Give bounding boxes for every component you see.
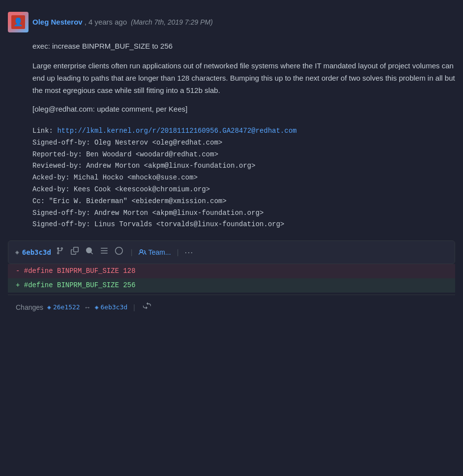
acked-by-1: Acked-by: Michal Hocko <mhocko@suse.com> (32, 172, 455, 184)
author-info: Oleg Nesterov , 4 years ago (March 7th, … (32, 16, 213, 28)
more-options-button[interactable]: ··· (185, 245, 194, 260)
body-oleg-comment: [oleg@redhat.com: update comment, per Ke… (32, 105, 187, 113)
arrow-icon: ↔ (84, 302, 91, 313)
commit-metadata: Link: http://lkml.kernel.org/r/201811121… (32, 125, 455, 231)
separator-1: | (131, 246, 133, 258)
avatar-icon: 👤 (13, 16, 23, 29)
search-icon[interactable] (84, 245, 95, 260)
cc-line: Cc: "Eric W. Biederman" <ebiederm@xmissi… (32, 196, 455, 208)
team-label: Team... (148, 247, 171, 258)
copy-icon[interactable] (69, 245, 81, 260)
commit-header: 👤 Oleg Nesterov , 4 years ago (March 7th… (8, 12, 455, 32)
acked-by-2: Acked-by: Kees Cook <keescook@chromium.o… (32, 184, 455, 196)
hash-from[interactable]: ◈ 26e1522 (47, 302, 80, 313)
commit-title: exec: increase BINPRM_BUF_SIZE to 256 (32, 40, 455, 52)
diff-compare-icon[interactable] (141, 300, 153, 315)
hash-badge: ◈ 6eb3c3d (15, 247, 51, 258)
commit-container: 👤 Oleg Nesterov , 4 years ago (March 7th… (0, 8, 463, 327)
branch-icon[interactable] (54, 245, 66, 260)
link-url[interactable]: http://lkml.kernel.org/r/20181112160956.… (57, 127, 296, 135)
link-line: Link: http://lkml.kernel.org/r/201811121… (32, 125, 455, 137)
commit-toolbar: ◈ 6eb3c3d | (8, 240, 455, 264)
diff-added-line: + #define BINPRM_BUF_SIZE 256 (8, 278, 455, 293)
separator-2: | (177, 246, 179, 258)
link-label: Link: (32, 127, 53, 135)
network-icon[interactable] (98, 245, 110, 260)
signed-off-1: Signed-off-by: Oleg Nesterov <oleg@redha… (32, 137, 455, 149)
author-name[interactable]: Oleg Nesterov (32, 16, 83, 28)
changes-footer: Changes ◈ 26e1522 ↔ ◈ 6eb3c3d | (8, 295, 455, 320)
commit-body: Large enterprise clients often run appli… (32, 60, 455, 116)
body-paragraph-2: [oleg@redhat.com: update comment, per Ke… (32, 103, 455, 116)
hash-from-icon: ◈ (47, 302, 51, 313)
signed-off-3: Signed-off-by: Linus Torvalds <torvalds@… (32, 219, 455, 231)
avatar: 👤 (8, 12, 29, 32)
hash-to[interactable]: ◈ 6eb3c3d (95, 302, 128, 313)
time-ago: 4 years ago (88, 16, 127, 28)
signed-off-2: Signed-off-by: Andrew Morton <akpm@linux… (32, 208, 455, 219)
globe-icon[interactable] (113, 245, 125, 260)
body-paragraph-1: Large enterprise clients often run appli… (32, 60, 455, 96)
author-separator: , (85, 16, 87, 28)
hash-to-value: 6eb3c3d (101, 302, 128, 313)
commit-timestamp: (March 7th, 2019 7:29 PM) (131, 17, 213, 28)
diff-removed-line: - #define BINPRM_BUF_SIZE 128 (8, 264, 455, 278)
hash-diamond-icon: ◈ (15, 247, 19, 258)
reviewed-by: Reviewed-by: Andrew Morton <akpm@linux-f… (32, 160, 455, 172)
changes-label: Changes (16, 302, 43, 313)
reported-by: Reported-by: Ben Woodard <woodard@redhat… (32, 149, 455, 161)
hash-to-icon: ◈ (95, 302, 99, 313)
diff-container: - #define BINPRM_BUF_SIZE 128 + #define … (8, 264, 455, 293)
team-button[interactable]: Team... (139, 247, 171, 258)
hash-from-value: 26e1522 (53, 302, 80, 313)
commit-hash[interactable]: 6eb3c3d (22, 247, 51, 258)
footer-pipe: | (133, 302, 135, 313)
